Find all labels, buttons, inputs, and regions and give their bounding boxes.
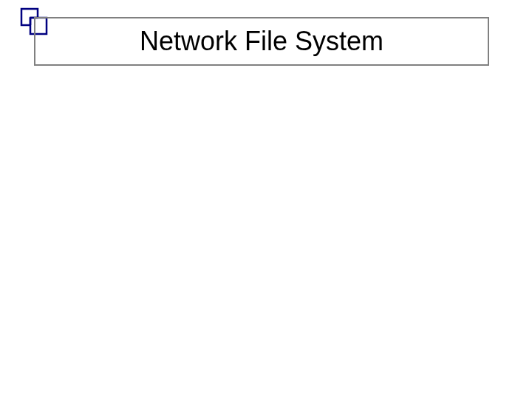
slide-title: Network File System xyxy=(140,26,383,57)
title-container: Network File System xyxy=(34,17,489,66)
